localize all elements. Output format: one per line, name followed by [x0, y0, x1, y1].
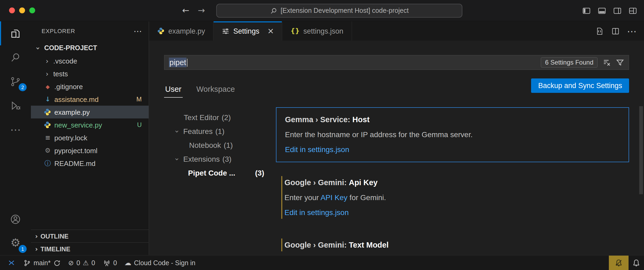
accounts-icon[interactable]: [0, 207, 31, 231]
settings-toc: Text Editor (2) › Features (1) Notebook …: [164, 107, 270, 255]
close-tab-icon[interactable]: ×: [267, 27, 274, 35]
zoom-window-button[interactable]: [29, 7, 35, 13]
tree-file-readme-md[interactable]: ⓘ README.md: [31, 157, 149, 170]
edit-in-settings-json-link[interactable]: Edit in settings.json: [284, 207, 621, 218]
edit-in-settings-json-link[interactable]: Edit in settings.json: [285, 144, 620, 155]
go-forward-button[interactable]: →: [198, 5, 205, 15]
toml-file-icon: ⚙: [44, 147, 52, 154]
info-file-icon: ⓘ: [44, 159, 52, 168]
root-folder-label: CODE-PROJECT: [44, 44, 97, 52]
tree-file-pyproject-toml[interactable]: ⚙ pyproject.toml: [31, 144, 149, 157]
clear-search-results-icon[interactable]: [602, 58, 611, 67]
minimize-window-button[interactable]: [19, 7, 25, 13]
do-not-disturb-indicator[interactable]: [609, 256, 629, 270]
api-key-link[interactable]: API Key: [320, 193, 347, 202]
setting-title: Google › Gemini: Api Key: [284, 177, 621, 188]
manage-gear-icon[interactable]: ⚙ 1: [0, 231, 31, 255]
text-caret: [187, 59, 188, 67]
explorer-view-icon[interactable]: [0, 21, 31, 45]
settings-search-value: pipet: [169, 58, 188, 67]
setting-gemma-service-host[interactable]: ⚙ Gemma › Service: Host Enter the hostna…: [276, 107, 629, 162]
chevron-down-icon: ›: [34, 45, 42, 51]
git-branch-status[interactable]: main*: [20, 256, 64, 270]
timeline-section-header[interactable]: › TIMELINE: [31, 242, 149, 255]
git-file-icon: ◆: [44, 84, 52, 89]
tree-file-new-service-py[interactable]: new_service.py U: [31, 118, 149, 131]
ports-status[interactable]: 0: [99, 256, 121, 270]
tab-label: example.py: [168, 27, 205, 35]
additional-views-icon[interactable]: ⋯: [0, 117, 31, 141]
outline-section-header[interactable]: › OUTLINE: [31, 229, 149, 242]
filter-icon[interactable]: [616, 58, 624, 67]
bell-slash-icon: [615, 259, 623, 267]
file-tree: › CODE-PROJECT › .vscode › tests ◆ .giti…: [31, 41, 149, 229]
vscode-window: ← → [Extension Development Host] code-pr…: [0, 0, 644, 270]
git-untracked-badge: U: [137, 121, 142, 129]
setting-google-gemini-text-model[interactable]: Google › Gemini: Text Model: [276, 233, 629, 255]
problems-status[interactable]: ⊘ 0 ⚠ 0: [64, 256, 99, 270]
tree-folder-tests[interactable]: › tests: [31, 67, 149, 80]
python-file-icon: [157, 27, 165, 35]
radio-tower-icon: [103, 259, 111, 267]
sync-icon: [53, 259, 61, 267]
git-branch-icon: [23, 259, 31, 267]
scope-tab-user[interactable]: User: [164, 83, 182, 98]
customize-layout-icon[interactable]: [628, 6, 638, 15]
tree-file-gitignore[interactable]: ◆ .gitignore: [31, 80, 149, 93]
tree-root-code-project[interactable]: › CODE-PROJECT: [31, 42, 149, 54]
source-control-badge: 2: [19, 83, 27, 91]
activity-bar: 2 ⋯ ⚙ 1: [0, 21, 31, 255]
settings-scrollbar-thumb[interactable]: [639, 106, 643, 194]
toc-pipet-code[interactable]: Pipet Code ... (3): [164, 166, 270, 180]
titlebar: ← → [Extension Development Host] code-pr…: [0, 0, 644, 21]
setting-title: Gemma › Service: Host: [285, 114, 620, 125]
tree-folder-vscode[interactable]: › .vscode: [31, 54, 149, 67]
tab-settings-json[interactable]: {} settings.json: [283, 21, 352, 41]
setting-actions-gear-icon[interactable]: ⚙: [270, 113, 270, 124]
activity-bar-spacer: [0, 141, 31, 207]
tab-bar: example.py Settings × {}: [149, 21, 644, 41]
backup-sync-settings-button[interactable]: Backup and Sync Settings: [531, 78, 629, 93]
git-modified-badge: M: [136, 96, 142, 103]
split-editor-icon[interactable]: [611, 26, 620, 35]
more-actions-icon[interactable]: ⋯: [627, 25, 637, 37]
lock-file-icon: ≡: [44, 134, 52, 141]
explorer-more-actions-icon[interactable]: ⋯: [133, 26, 142, 36]
notifications-bell[interactable]: [629, 256, 644, 270]
tab-example-py[interactable]: example.py: [149, 21, 214, 41]
cloud-code-label: Cloud Code - Sign in: [134, 259, 195, 267]
remote-indicator[interactable]: [3, 256, 20, 270]
settings-sliders-icon: [222, 27, 230, 35]
cloud-code-status[interactable]: ☁ Cloud Code - Sign in: [121, 256, 199, 270]
tab-label: settings.json: [303, 27, 343, 35]
toc-features[interactable]: › Features (1): [164, 124, 270, 138]
toggle-panel-icon[interactable]: [597, 6, 607, 15]
tree-file-poetry-lock[interactable]: ≡ poetry.lock: [31, 131, 149, 144]
setting-google-gemini-api-key[interactable]: Google › Gemini: Api Key Enter your API …: [276, 171, 629, 225]
toc-extensions[interactable]: › Extensions (3): [164, 152, 270, 166]
tab-settings[interactable]: Settings ×: [214, 21, 283, 41]
toc-notebook[interactable]: Notebook (1): [164, 138, 270, 152]
open-settings-json-icon[interactable]: [595, 26, 604, 35]
source-control-view-icon[interactable]: 2: [0, 69, 31, 93]
scope-tab-workspace[interactable]: Workspace: [195, 83, 236, 98]
chevron-right-icon: ›: [44, 70, 51, 78]
toggle-primary-sidebar-icon[interactable]: [582, 6, 591, 15]
run-debug-view-icon[interactable]: [0, 93, 31, 117]
toc-text-editor[interactable]: Text Editor (2): [164, 110, 270, 124]
markdown-file-icon: ↓: [44, 96, 52, 103]
toggle-secondary-sidebar-icon[interactable]: [613, 6, 622, 15]
command-center[interactable]: [Extension Development Host] code-projec…: [216, 4, 462, 18]
search-view-icon[interactable]: [0, 45, 31, 69]
go-back-button[interactable]: ←: [182, 5, 189, 15]
explorer-sidebar: EXPLORER ⋯ › CODE-PROJECT › .vscode › te…: [31, 21, 149, 255]
settings-found-count: 6 Settings Found: [541, 57, 598, 68]
tree-file-example-py[interactable]: example.py: [31, 106, 149, 118]
close-window-button[interactable]: [9, 7, 15, 13]
tree-file-assistance-md[interactable]: ↓ assistance.md M: [31, 93, 149, 106]
json-braces-icon: {}: [291, 27, 300, 35]
settings-scope-tabs: User Workspace Backup and Sync Settings: [164, 81, 629, 98]
python-file-icon: [44, 108, 52, 116]
settings-editor: pipet 6 Settings Found: [149, 41, 644, 255]
settings-search-input[interactable]: pipet 6 Settings Found: [164, 55, 629, 70]
